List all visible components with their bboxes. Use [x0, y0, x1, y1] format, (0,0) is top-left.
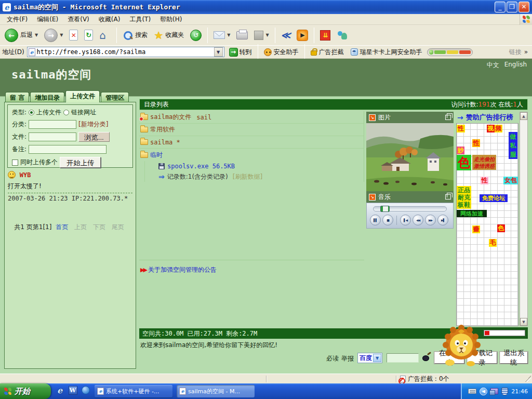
- ad-link-3[interactable]: 性: [472, 139, 480, 147]
- quicklaunch-word-icon[interactable]: W: [68, 385, 77, 395]
- keyboard-tray-icon[interactable]: [468, 389, 476, 394]
- multi-upload-checkbox[interactable]: [12, 159, 18, 166]
- ad-link-12[interactable]: 赚: [472, 225, 480, 233]
- mail-button[interactable]: ▼: [212, 30, 232, 40]
- browse-button[interactable]: 浏览...: [78, 132, 110, 142]
- picture-restore-icon[interactable]: [445, 115, 451, 120]
- file-row-spoolsv[interactable]: spoolsv.exe 56.5KB: [158, 161, 364, 171]
- scroll-down-icon[interactable]: ▼: [520, 318, 527, 326]
- radio-upload-file[interactable]: [29, 110, 34, 115]
- links-chevron-icon[interactable]: »: [524, 48, 528, 56]
- site-search-input[interactable]: [387, 353, 419, 363]
- ad-link-14[interactable]: 毛: [489, 239, 497, 247]
- task-button-system[interactable]: e 系统+软件+硬件 -...: [95, 385, 172, 397]
- hide-icons-icon[interactable]: ◀: [480, 388, 487, 395]
- file-input[interactable]: [29, 132, 76, 141]
- tab-upload-file[interactable]: 上传文件: [65, 90, 100, 102]
- search-button[interactable]: 搜索: [121, 29, 149, 42]
- menu-edit[interactable]: 编辑(E): [32, 14, 63, 25]
- search-engine-select[interactable]: 百度 ▼: [357, 353, 382, 363]
- scroll-up-icon[interactable]: ▲: [520, 112, 527, 120]
- thunder-button[interactable]: ≪: [280, 29, 292, 42]
- ad-link-5[interactable]: 色: [457, 155, 471, 170]
- refresh-data-link[interactable]: [刷新数据]: [233, 172, 262, 181]
- ad-link-6[interactable]: 走光偷拍 激情诱惑: [472, 155, 496, 170]
- previous-track-button[interactable]: ▌◀: [400, 215, 411, 225]
- report-link[interactable]: 举报: [341, 354, 354, 363]
- pause-button[interactable]: ▌▌: [370, 215, 381, 225]
- menu-view[interactable]: 查看(V): [63, 14, 94, 25]
- first-page-link[interactable]: 首页: [56, 223, 68, 231]
- stop-playback-button[interactable]: ■: [382, 215, 393, 225]
- refresh-button[interactable]: ↻: [83, 29, 95, 42]
- quicklaunch-app-icon[interactable]: [81, 385, 90, 395]
- seek-thumb[interactable]: [380, 206, 390, 212]
- ad-link-2[interactable]: 做私服: [509, 132, 517, 159]
- ad-link-7[interactable]: 性: [481, 177, 488, 184]
- messenger-button[interactable]: [335, 29, 350, 42]
- close-button[interactable]: ✕: [518, 2, 529, 12]
- antivirus-tray-icon[interactable]: [501, 388, 508, 395]
- start-button[interactable]: 开始: [0, 383, 51, 399]
- history-button[interactable]: ↺: [189, 29, 203, 42]
- tab-admin[interactable]: 管理区: [101, 92, 129, 102]
- back-button[interactable]: ← 后退 ▼: [3, 28, 39, 43]
- ad-link-13[interactable]: 色: [497, 224, 505, 232]
- menu-file[interactable]: 文件(F): [2, 14, 32, 25]
- new-category-link[interactable]: [新增分类]: [78, 120, 108, 129]
- home-button[interactable]: ⌂: [98, 29, 112, 42]
- folder-row-temp[interactable]: 临时: [139, 149, 364, 161]
- minimize-button[interactable]: _: [495, 2, 506, 12]
- ad-block-button[interactable]: 广告拦截: [309, 47, 346, 57]
- lang-chinese-link[interactable]: 中文: [487, 61, 499, 70]
- task-button-sailma[interactable]: e sailma的空间 - M...: [177, 385, 255, 397]
- start-upload-button[interactable]: 开始上传: [60, 157, 101, 168]
- ad-link-4[interactable]: 妙: [457, 147, 464, 154]
- print-button[interactable]: [235, 30, 249, 41]
- links-label[interactable]: 链接: [509, 48, 522, 57]
- forward-dropdown-icon[interactable]: ▼: [60, 33, 63, 37]
- radio-link-url[interactable]: [63, 110, 69, 115]
- favorites-button[interactable]: ★ 收藏夹: [152, 29, 185, 42]
- address-input[interactable]: [37, 48, 212, 56]
- security-helper-button[interactable]: 安全助手: [262, 47, 301, 57]
- ad-link-9[interactable]: 正品耐克板鞋: [457, 186, 471, 209]
- search-pan-icon[interactable]: [422, 353, 431, 361]
- menu-help[interactable]: 帮助(H): [155, 14, 187, 25]
- ad-link-0[interactable]: 性: [457, 125, 465, 132]
- folder-row-software[interactable]: 常用软件: [139, 124, 364, 136]
- forward-button[interactable]: → ▼: [43, 28, 64, 43]
- logout-button[interactable]: 退出系统: [500, 352, 528, 364]
- media-button[interactable]: ▶: [295, 29, 310, 42]
- back-dropdown-icon[interactable]: ▼: [35, 33, 38, 37]
- ads-scrollbar[interactable]: ▲ ▼: [520, 112, 528, 326]
- folder-row-sailma[interactable]: sailma *: [139, 136, 364, 149]
- note-input[interactable]: [29, 145, 107, 154]
- next-track-button[interactable]: ▶▌: [437, 215, 448, 225]
- flashget-button[interactable]: ⇊: [318, 29, 332, 42]
- quicklaunch-ie-icon[interactable]: e: [55, 385, 64, 395]
- must-read-link[interactable]: 必读: [326, 354, 339, 363]
- ad-link-10[interactable]: 免费论坛: [480, 194, 508, 202]
- category-input[interactable]: [29, 120, 76, 129]
- kaka-assistant-button[interactable]: ☂ 瑞星卡卡上网安全助手: [349, 47, 424, 57]
- tab-guestbook[interactable]: 留 言: [5, 92, 29, 102]
- address-dropdown-icon[interactable]: ▼: [214, 47, 223, 57]
- notice-link[interactable]: 关于加强空间管理的公告: [148, 265, 217, 274]
- fast-forward-button[interactable]: ▶▶: [425, 215, 436, 225]
- ad-link-1[interactable]: 视频: [487, 125, 502, 132]
- lang-english-link[interactable]: English: [504, 61, 527, 70]
- edit-button[interactable]: ▼: [252, 30, 270, 41]
- resize-grip[interactable]: [525, 376, 531, 382]
- ad-link-11[interactable]: 网络加速: [457, 210, 487, 217]
- maximize-button[interactable]: ❐: [507, 2, 517, 12]
- tab-add-folder[interactable]: 增加目录: [30, 92, 64, 102]
- stop-button[interactable]: ✕: [68, 29, 79, 42]
- menu-favorites[interactable]: 收藏(A): [94, 14, 125, 25]
- rewind-button[interactable]: ◀◀: [413, 215, 423, 225]
- menu-tools[interactable]: 工具(T): [125, 14, 155, 25]
- folder-row-root[interactable]: sailma的文件 sail: [139, 111, 364, 124]
- music-restore-icon[interactable]: [445, 194, 451, 200]
- ad-link-8[interactable]: 女包: [503, 177, 518, 184]
- go-button[interactable]: → 转到: [227, 47, 254, 57]
